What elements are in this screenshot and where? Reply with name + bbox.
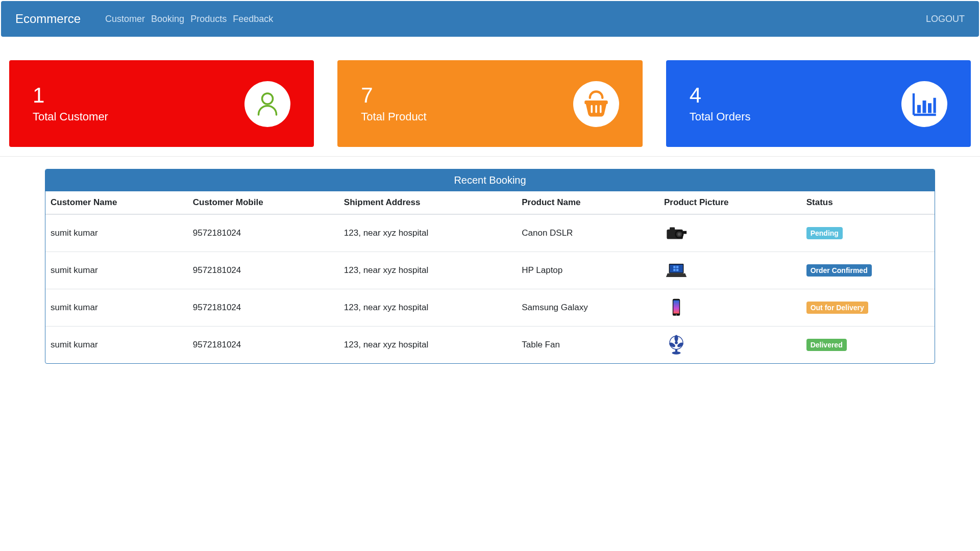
svg-rect-7	[917, 105, 921, 113]
status-badge: Pending	[806, 227, 843, 239]
cell-product-name: Samsung Galaxy	[517, 289, 659, 327]
logout-link[interactable]: LOGOUT	[926, 14, 965, 24]
svg-rect-21	[673, 269, 675, 271]
col-status: Status	[801, 191, 935, 214]
cell-shipment-address: 123, near xyz hospital	[339, 327, 517, 364]
col-product-picture: Product Picture	[659, 191, 801, 214]
cell-customer-name: sumit kumar	[45, 214, 188, 252]
stat-card-customers[interactable]: 1 Total Customer	[9, 60, 314, 147]
svg-point-28	[675, 341, 678, 344]
nav-link-feedback[interactable]: Feedback	[233, 11, 273, 28]
brand[interactable]: Ecommerce	[15, 12, 81, 26]
table-row: sumit kumar9572181024123, near xyz hospi…	[45, 252, 935, 289]
col-shipment-address: Shipment Address	[339, 191, 517, 214]
svg-rect-16	[683, 231, 687, 234]
svg-rect-19	[673, 266, 675, 268]
cell-shipment-address: 123, near xyz hospital	[339, 214, 517, 252]
cell-status: Delivered	[801, 327, 935, 364]
col-customer-mobile: Customer Mobile	[188, 191, 339, 214]
cell-customer-name: sumit kumar	[45, 252, 188, 289]
svg-rect-22	[676, 269, 678, 271]
camera-icon	[664, 221, 689, 245]
svg-rect-25	[673, 300, 679, 314]
booking-table: Customer Name Customer Mobile Shipment A…	[45, 191, 935, 363]
stat-value-customers: 1	[33, 85, 108, 106]
status-badge: Delivered	[806, 339, 847, 351]
nav-links: Customer Booking Products Feedback	[105, 11, 926, 28]
cell-status: Order Confirmed	[801, 252, 935, 289]
cell-product-name: HP Laptop	[517, 252, 659, 289]
stat-label-customers: Total Customer	[33, 110, 108, 123]
phone-icon	[664, 295, 689, 320]
recent-booking-section: Recent Booking Customer Name Customer Mo…	[0, 157, 980, 384]
svg-point-33	[672, 352, 680, 355]
svg-rect-10	[933, 98, 936, 113]
cell-status: Out for Delivery	[801, 289, 935, 327]
table-row: sumit kumar9572181024123, near xyz hospi…	[45, 327, 935, 364]
stat-value-products: 7	[361, 85, 426, 106]
nav-link-booking[interactable]: Booking	[151, 11, 184, 28]
cell-customer-mobile: 9572181024	[188, 252, 339, 289]
stat-card-orders[interactable]: 4 Total Orders	[666, 60, 971, 147]
cell-product-name: Table Fan	[517, 327, 659, 364]
svg-point-29	[674, 335, 678, 342]
cell-customer-mobile: 9572181024	[188, 289, 339, 327]
basket-icon	[573, 81, 619, 127]
cell-customer-name: sumit kumar	[45, 289, 188, 327]
cell-shipment-address: 123, near xyz hospital	[339, 289, 517, 327]
stat-label-orders: Total Orders	[690, 110, 751, 123]
svg-point-26	[676, 314, 677, 315]
svg-rect-1	[584, 101, 608, 104]
svg-rect-12	[670, 228, 675, 231]
cell-customer-name: sumit kumar	[45, 327, 188, 364]
nav-link-products[interactable]: Products	[190, 11, 227, 28]
svg-rect-9	[928, 103, 932, 113]
stat-value-orders: 4	[690, 85, 751, 106]
svg-rect-20	[676, 266, 678, 268]
cell-customer-mobile: 9572181024	[188, 327, 339, 364]
cell-product-name: Canon DSLR	[517, 214, 659, 252]
cell-customer-mobile: 9572181024	[188, 214, 339, 252]
nav-link-customer[interactable]: Customer	[105, 11, 145, 28]
fan-icon	[664, 333, 689, 357]
stats-row: 1 Total Customer 7 Total Product	[0, 37, 980, 157]
cell-product-picture	[659, 214, 801, 252]
table-row: sumit kumar9572181024123, near xyz hospi…	[45, 214, 935, 252]
cell-product-picture	[659, 289, 801, 327]
cell-shipment-address: 123, near xyz hospital	[339, 252, 517, 289]
cell-status: Pending	[801, 214, 935, 252]
cell-product-picture	[659, 327, 801, 364]
user-icon	[244, 81, 290, 127]
recent-booking-panel: Recent Booking Customer Name Customer Mo…	[45, 169, 935, 364]
table-row: sumit kumar9572181024123, near xyz hospi…	[45, 289, 935, 327]
col-product-name: Product Name	[517, 191, 659, 214]
stat-card-products[interactable]: 7 Total Product	[337, 60, 642, 147]
chart-icon	[901, 81, 947, 127]
navbar: Ecommerce Customer Booking Products Feed…	[1, 1, 979, 37]
svg-point-15	[678, 233, 681, 236]
stat-label-products: Total Product	[361, 110, 426, 123]
laptop-icon	[664, 258, 689, 283]
svg-marker-23	[666, 273, 687, 277]
svg-rect-18	[670, 265, 683, 273]
panel-title: Recent Booking	[45, 169, 935, 191]
status-badge: Out for Delivery	[806, 302, 868, 314]
col-customer-name: Customer Name	[45, 191, 188, 214]
svg-point-0	[262, 93, 273, 104]
cell-product-picture	[659, 252, 801, 289]
table-header-row: Customer Name Customer Mobile Shipment A…	[45, 191, 935, 214]
status-badge: Order Confirmed	[806, 264, 872, 277]
svg-rect-8	[922, 101, 926, 113]
